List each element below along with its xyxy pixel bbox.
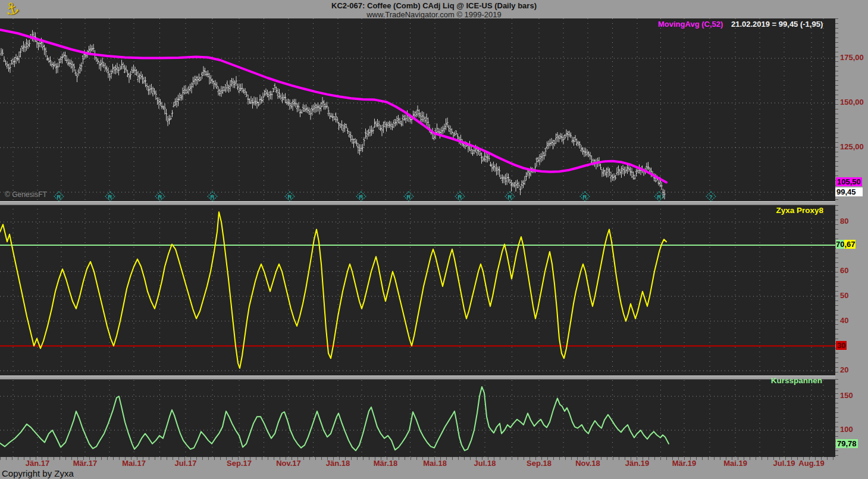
x-axis-label: Mai.17 xyxy=(122,459,146,468)
y-axis-label: 50 xyxy=(840,291,848,300)
svg-text:R: R xyxy=(211,193,215,200)
indicator-legend: MovingAvg (C,52) 21.02.2019 = 99,45 (-1,… xyxy=(658,20,823,29)
trade-navigator-window: RRRRRRRRRRR? MovingAvg (C,52) 21.02.2019… xyxy=(0,0,868,479)
proxy-panel-title: Zyxa Proxy8 xyxy=(776,206,823,215)
panel-divider-2[interactable] xyxy=(0,375,835,380)
x-axis-label: Jul.17 xyxy=(175,459,197,468)
chart-title: KC2-067: Coffee (Comb) CAdj Liq @ ICE-US… xyxy=(0,0,868,10)
chart-subtitle: www.TradeNavigator.com © 1999-2019 xyxy=(0,10,868,19)
x-axis-label: Sep.18 xyxy=(527,459,551,468)
y-axis-label: 100 xyxy=(840,425,853,434)
kursspannen-panel-title: Kursspannen xyxy=(771,376,822,385)
x-axis-label: Mär.19 xyxy=(672,459,696,468)
y-axis-label: 80 xyxy=(840,217,848,226)
svg-text:R: R xyxy=(57,193,61,200)
last-price-badge: 99,45 xyxy=(835,187,863,196)
svg-text:R: R xyxy=(359,193,364,200)
copyright-text: Copyright by Zyxa xyxy=(2,468,74,478)
x-axis-label: Jul.19 xyxy=(773,459,795,468)
svg-text:R: R xyxy=(407,193,411,200)
x-axis-label: Aug.19 xyxy=(798,459,824,468)
moving-avg-value-badge: 105,50 xyxy=(836,177,862,186)
y-axis-label: 175,00 xyxy=(840,53,864,62)
price-axis-ticks xyxy=(835,18,838,201)
chart-header: KC2-067: Coffee (Comb) CAdj Liq @ ICE-US… xyxy=(0,0,868,18)
time-axis-bar[interactable]: Jän.17Mär.17Mai.17Jul.17Sep.17Nov.17Jän.… xyxy=(0,457,868,479)
svg-text:R: R xyxy=(458,193,462,200)
kursspannen-value-badge: 79,78 xyxy=(836,439,858,448)
y-axis-label: 150 xyxy=(840,391,853,400)
x-axis-label: Mär.17 xyxy=(73,459,97,468)
y-axis-label: 40 xyxy=(840,316,848,325)
overbought-level-badge: 70,67 xyxy=(836,240,856,249)
x-axis-label: Mär.18 xyxy=(374,459,397,468)
panel-divider-1[interactable] xyxy=(0,201,835,205)
svg-text:?: ? xyxy=(709,193,713,200)
overbought-badge-int: 70 xyxy=(836,240,844,249)
x-axis-label: Jul.18 xyxy=(474,459,496,468)
proxy-axis-ticks xyxy=(835,205,838,375)
svg-text:R: R xyxy=(288,193,292,200)
x-axis-label: Nov.17 xyxy=(276,459,301,468)
x-axis-label: Mai.18 xyxy=(423,459,447,468)
oversold-level-badge: 30 xyxy=(836,341,847,350)
x-axis-label: Jän.17 xyxy=(26,459,49,468)
svg-text:R: R xyxy=(508,193,512,200)
y-axis-label: 150,00 xyxy=(840,98,864,107)
y-axis-label: 20 xyxy=(840,365,848,374)
last-value-readout: 21.02.2019 = 99,45 (-1,95) xyxy=(731,20,823,29)
x-axis-label: Jän.19 xyxy=(625,459,649,468)
svg-text:R: R xyxy=(583,193,587,200)
svg-text:R: R xyxy=(657,193,662,200)
x-axis-label: Sep.17 xyxy=(227,459,252,468)
svg-text:R: R xyxy=(108,193,112,200)
price-scale-margin[interactable]: 175,00150,00125,008060504020150100 100,0… xyxy=(835,0,868,479)
svg-text:R: R xyxy=(158,193,162,200)
x-axis-label: Nov.18 xyxy=(575,459,600,468)
y-axis-label: 60 xyxy=(840,266,848,275)
x-axis-label: Mai.19 xyxy=(723,459,747,468)
overbought-badge-dec: ,67 xyxy=(844,240,855,249)
moving-avg-legend-label: MovingAvg (C,52) xyxy=(658,20,723,29)
y-axis-label: 125,00 xyxy=(840,142,864,151)
genesisft-watermark: © GenesisFT xyxy=(5,190,47,199)
x-axis-label: Jän.18 xyxy=(326,459,350,468)
